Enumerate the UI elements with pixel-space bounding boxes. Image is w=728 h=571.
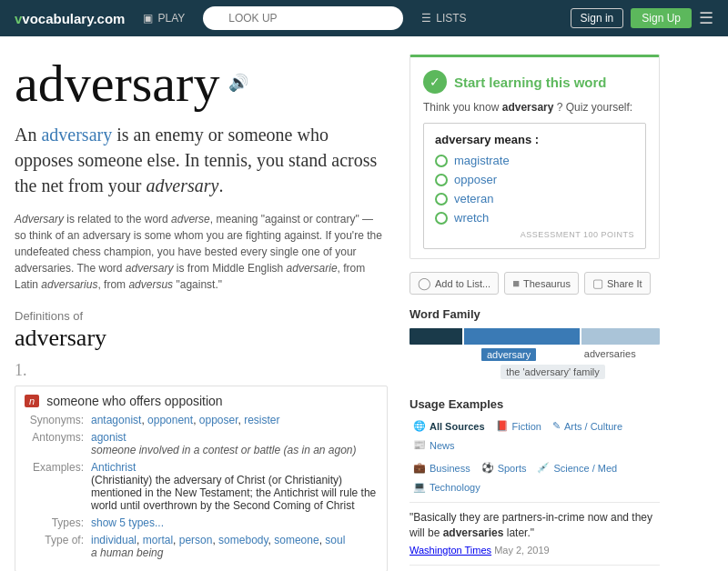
- signup-button[interactable]: Sign Up: [631, 8, 692, 28]
- show-types-link[interactable]: show 5 types...: [91, 516, 164, 529]
- quiz-option-1-label[interactable]: magistrate: [454, 154, 510, 167]
- quiz-radio-2: [435, 174, 448, 186]
- logo-text: vocabulary.com: [22, 11, 125, 26]
- examples-row: Examples: Antichrist (Christianity) the …: [25, 461, 378, 512]
- nav-right: Sign in Sign Up ☰: [571, 8, 713, 28]
- synonym-antagonist[interactable]: antagonist: [91, 414, 141, 426]
- etymology-text: Adversary is related to the word adverse…: [15, 211, 388, 293]
- definitions-section: Definitions of adversary 1. n someone wh…: [15, 309, 388, 571]
- usage-filters-row2: 💼 Business ⚽ Sports 💉 Science / Med 💻 Te…: [410, 460, 660, 495]
- plus-icon: ◯: [418, 276, 431, 290]
- assessment-label: ASSESSMENT 100 POINTS: [435, 230, 634, 239]
- filter-business[interactable]: 💼 Business: [410, 460, 474, 476]
- business-icon: 💼: [413, 462, 426, 474]
- quiz-option-4-label[interactable]: wretch: [454, 211, 489, 225]
- filter-all-label: All Sources: [430, 421, 485, 432]
- divider-1: [410, 502, 660, 503]
- wf-label-center: adversary: [481, 348, 536, 361]
- synonym-opponent[interactable]: opponent: [147, 414, 193, 426]
- book-icon: 📕: [496, 420, 509, 432]
- menu-icon[interactable]: ☰: [699, 8, 713, 28]
- filter-arts-label: Arts / Culture: [564, 421, 622, 432]
- filter-fiction-label: Fiction: [512, 421, 541, 432]
- definitions-word: adversary: [15, 325, 388, 352]
- sports-icon: ⚽: [481, 462, 494, 474]
- quiz-prompt-post: ? Quiz yourself:: [557, 101, 632, 114]
- source1-link[interactable]: Washington Times: [410, 545, 491, 556]
- typeof-somebody[interactable]: somebody: [218, 534, 268, 546]
- synonym-opposer[interactable]: opposer: [199, 414, 238, 426]
- typeof-mortal[interactable]: mortal: [143, 534, 173, 546]
- start-learning-header: ✓ Start learning this word: [423, 70, 646, 94]
- add-to-list-button[interactable]: ◯ Add to List...: [410, 272, 499, 295]
- tech-icon: 💻: [413, 481, 426, 493]
- quiz-option-2-label[interactable]: opposer: [454, 173, 497, 186]
- example-text: (Christianity) the adversary of Christ (…: [91, 474, 376, 512]
- palette-icon: ✎: [552, 420, 561, 432]
- quiz-option-3-label[interactable]: veteran: [454, 192, 493, 205]
- lists-nav-item[interactable]: ☰ LISTS: [421, 12, 466, 25]
- filter-science[interactable]: 💉 Science / Med: [533, 460, 621, 476]
- wf-segment-mid: [464, 328, 580, 345]
- play-nav-item[interactable]: ▣ PLAY: [143, 12, 185, 25]
- typeof-individual[interactable]: individual: [91, 534, 136, 546]
- share-button[interactable]: ▢ Share It: [584, 272, 651, 295]
- quiz-word: adversary: [502, 101, 554, 114]
- wf-family-label: the 'adversary' family: [500, 365, 605, 379]
- science-icon: 💉: [537, 462, 550, 474]
- typeof-someone[interactable]: someone: [274, 534, 318, 546]
- right-column: ✓ Start learning this word Think you kno…: [410, 55, 660, 571]
- filter-fiction[interactable]: 📕 Fiction: [492, 418, 545, 434]
- check-circle-icon: ✓: [423, 70, 447, 94]
- antonyms-val: agonist someone involved in a contest or…: [91, 431, 357, 456]
- blurb-word-link[interactable]: adversary: [41, 125, 112, 145]
- filter-arts[interactable]: ✎ Arts / Culture: [549, 418, 626, 434]
- word-family-title: Word Family: [410, 307, 660, 321]
- quiz-option-4[interactable]: wretch: [435, 211, 634, 225]
- word-blurb: An adversary is an enemy or someone who …: [15, 122, 388, 198]
- quiz-box: adversary means : magistrate opposer vet…: [423, 123, 646, 249]
- wf-label-row: adversary adversaries: [410, 348, 660, 361]
- start-learning-title: Start learning this word: [454, 75, 607, 90]
- quiz-option-1[interactable]: magistrate: [435, 154, 634, 167]
- def-pos-row: n someone who offers opposition: [25, 394, 378, 408]
- quiz-prompt: Think you know adversary ? Quiz yourself…: [423, 101, 646, 114]
- def-main-text: someone who offers opposition: [46, 394, 223, 408]
- types-val: show 5 types...: [91, 516, 164, 529]
- synonyms-label: Synonyms:: [25, 414, 84, 426]
- filter-news-label: News: [430, 440, 455, 451]
- word-family-bar: [410, 328, 660, 345]
- audio-icon[interactable]: 🔊: [228, 75, 248, 93]
- filter-sports-label: Sports: [498, 463, 527, 474]
- filter-business-label: Business: [430, 463, 470, 474]
- search-wrap: 🔍: [203, 6, 403, 30]
- typeof-soul[interactable]: soul: [325, 534, 345, 546]
- logo[interactable]: vvocabulary.com: [15, 11, 125, 26]
- add-to-list-label: Add to List...: [435, 278, 490, 289]
- antonym-agonist[interactable]: agonist: [91, 431, 126, 444]
- quiz-option-2[interactable]: opposer: [435, 173, 634, 186]
- filter-technology[interactable]: 💻 Technology: [410, 479, 484, 495]
- usage-examples-section: Usage Examples 🌐 All Sources 📕 Fiction ✎…: [410, 397, 660, 571]
- examples-label: Examples:: [25, 461, 84, 512]
- filter-sports[interactable]: ⚽ Sports: [478, 460, 531, 476]
- usage-quote-1: "Basically they are partners-in-crime no…: [410, 510, 660, 541]
- example-antichrist-link[interactable]: Antichrist: [91, 461, 136, 474]
- word-heading: adversary: [15, 55, 219, 113]
- signin-button[interactable]: Sign in: [571, 8, 624, 28]
- quiz-option-3[interactable]: veteran: [435, 192, 634, 205]
- filter-technology-label: Technology: [430, 482, 480, 493]
- synonym-resister[interactable]: resister: [244, 414, 279, 426]
- synonyms-row: Synonyms: antagonist, opponent, opposer,…: [25, 414, 378, 426]
- filter-all-sources[interactable]: 🌐 All Sources: [410, 418, 489, 434]
- navbar: vvocabulary.com ▣ PLAY 🔍 ☰ LISTS Sign in…: [0, 0, 728, 36]
- quiz-means: adversary means :: [435, 133, 634, 146]
- news-icon: 📰: [413, 439, 426, 451]
- synonyms-val: antagonist, opponent, opposer, resister: [91, 414, 280, 426]
- word-family-section: Word Family adversary adversaries the 'a…: [410, 307, 660, 388]
- typeof-person[interactable]: person: [179, 534, 213, 546]
- thesaurus-button[interactable]: ■ Thesaurus: [504, 272, 579, 295]
- main-container: adversary 🔊 An adversary is an enemy or …: [0, 36, 728, 571]
- filter-news[interactable]: 📰 News: [410, 437, 459, 453]
- search-input[interactable]: [203, 6, 403, 30]
